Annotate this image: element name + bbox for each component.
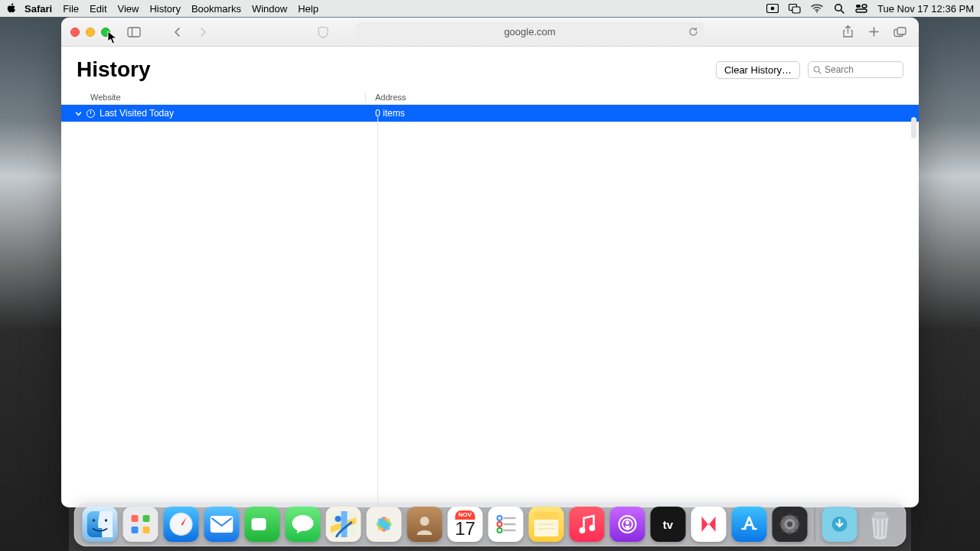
- dock-mail[interactable]: [204, 507, 240, 542]
- dock-maps[interactable]: [326, 507, 361, 542]
- svg-line-65: [876, 520, 877, 536]
- dock-finder[interactable]: [83, 507, 118, 542]
- cursor-icon: [107, 31, 118, 44]
- svg-point-40: [498, 528, 502, 533]
- new-tab-button[interactable]: [864, 24, 884, 41]
- col-website[interactable]: Website: [61, 93, 366, 102]
- column-headers: Website Address: [61, 90, 919, 105]
- history-group-row[interactable]: Last Visited Today 0 items: [61, 105, 919, 122]
- titlebar: google.com: [61, 18, 919, 47]
- dock-facetime[interactable]: [245, 507, 280, 542]
- svg-line-17: [818, 71, 821, 73]
- dock-safari[interactable]: [164, 507, 199, 542]
- dock-separator: [815, 507, 815, 541]
- svg-point-36: [498, 516, 502, 520]
- menu-view[interactable]: View: [118, 3, 139, 15]
- svg-rect-22: [143, 515, 150, 522]
- mission-control-icon[interactable]: [789, 2, 801, 15]
- svg-point-38: [498, 522, 502, 527]
- dock: NOV17 tv: [74, 502, 906, 546]
- back-button[interactable]: [167, 24, 187, 41]
- app-title[interactable]: Safari: [24, 3, 52, 15]
- share-button[interactable]: [838, 24, 858, 41]
- menu-help[interactable]: Help: [298, 3, 318, 15]
- svg-rect-28: [252, 518, 266, 530]
- dock-reminders[interactable]: [488, 507, 524, 542]
- svg-rect-23: [132, 527, 139, 533]
- spotlight-icon[interactable]: [833, 2, 845, 15]
- dock-appstore[interactable]: [732, 507, 767, 542]
- svg-point-19: [93, 519, 95, 521]
- svg-line-61: [795, 517, 798, 519]
- page-title: History: [77, 57, 716, 82]
- reload-icon[interactable]: [688, 27, 698, 37]
- wifi-icon[interactable]: [811, 2, 823, 15]
- svg-line-60: [782, 530, 785, 532]
- minimize-button[interactable]: [86, 28, 95, 37]
- dock-podcasts[interactable]: [610, 507, 645, 542]
- dock-notes[interactable]: [529, 507, 564, 542]
- svg-rect-9: [856, 9, 867, 12]
- close-button[interactable]: [70, 28, 80, 37]
- svg-point-53: [787, 522, 792, 527]
- group-count: 0 items: [366, 108, 919, 119]
- address-bar[interactable]: google.com: [356, 22, 704, 42]
- dock-calendar[interactable]: NOV17: [448, 507, 483, 542]
- menu-window[interactable]: Window: [252, 3, 287, 15]
- svg-line-59: [795, 530, 798, 532]
- forward-button[interactable]: [193, 24, 213, 41]
- dock-contacts[interactable]: [407, 507, 443, 542]
- svg-line-6: [841, 11, 844, 14]
- dock-downloads[interactable]: [822, 507, 858, 542]
- address-text: google.com: [504, 26, 555, 37]
- dock-music[interactable]: [570, 507, 605, 542]
- dock-tv[interactable]: tv: [651, 507, 686, 542]
- svg-rect-3: [792, 7, 800, 13]
- privacy-report-icon[interactable]: [317, 26, 329, 38]
- control-center-icon[interactable]: [855, 2, 867, 15]
- disclosure-triangle-icon[interactable]: [75, 110, 82, 117]
- sidebar-toggle-button[interactable]: [124, 24, 144, 41]
- menu-bookmarks[interactable]: Bookmarks: [191, 3, 241, 15]
- screen-record-icon[interactable]: [766, 2, 779, 15]
- svg-line-58: [782, 517, 785, 519]
- calendar-day: 17: [455, 520, 475, 538]
- column-divider[interactable]: [377, 116, 378, 507]
- svg-line-67: [884, 520, 885, 536]
- safari-window: google.com History Clear History… Websit…: [61, 18, 919, 507]
- menubar: Safari File Edit View History Bookmarks …: [0, 0, 980, 17]
- dock-launchpad[interactable]: [123, 507, 158, 542]
- col-address[interactable]: Address: [366, 93, 919, 102]
- menu-file[interactable]: File: [63, 3, 79, 15]
- svg-point-35: [420, 517, 430, 526]
- menu-history[interactable]: History: [149, 3, 180, 15]
- history-content: History Clear History… Website Address L…: [61, 47, 919, 507]
- svg-rect-7: [856, 5, 861, 8]
- svg-point-20: [105, 519, 107, 521]
- svg-point-50: [626, 521, 629, 525]
- dock-messages[interactable]: [286, 507, 321, 542]
- menu-edit[interactable]: Edit: [90, 3, 106, 15]
- svg-rect-64: [874, 512, 887, 515]
- tab-overview-button[interactable]: [890, 24, 910, 41]
- svg-rect-27: [211, 516, 234, 533]
- svg-point-30: [335, 516, 341, 522]
- dock-photos[interactable]: [367, 507, 402, 542]
- history-search-input[interactable]: [825, 64, 898, 75]
- svg-point-46: [580, 527, 586, 533]
- dock-settings[interactable]: [773, 507, 808, 542]
- apple-menu-icon[interactable]: [6, 3, 17, 14]
- svg-rect-42: [534, 512, 559, 520]
- group-label: Last Visited Today: [100, 108, 174, 119]
- scrollbar-thumb[interactable]: [911, 117, 916, 139]
- svg-rect-8: [862, 5, 867, 8]
- clear-history-button[interactable]: Clear History…: [716, 61, 800, 79]
- svg-rect-21: [132, 515, 139, 522]
- svg-rect-43: [534, 520, 559, 536]
- svg-rect-24: [143, 527, 150, 533]
- svg-point-4: [816, 11, 818, 13]
- dock-trash[interactable]: [863, 507, 898, 542]
- history-search[interactable]: [808, 61, 903, 78]
- menubar-clock[interactable]: Tue Nov 17 12:36 PM: [877, 3, 974, 15]
- dock-news[interactable]: [691, 507, 727, 542]
